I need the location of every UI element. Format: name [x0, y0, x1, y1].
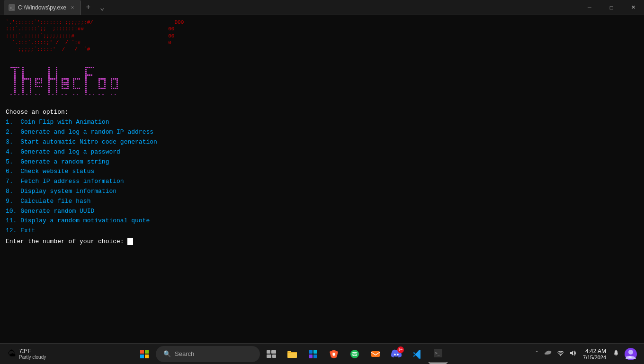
terminal-button[interactable]: >_ — [429, 345, 447, 364]
svg-rect-73 — [48, 84, 50, 85]
start-button[interactable] — [135, 345, 154, 364]
brave-button[interactable] — [324, 345, 343, 364]
mail-button[interactable] — [366, 345, 385, 364]
svg-rect-16 — [14, 86, 16, 87]
new-tab-button[interactable]: + — [81, 1, 95, 14]
weather-temp: 73°F — [19, 348, 46, 355]
system-clock[interactable]: 4:42 AM 7/15/2024 — [580, 347, 609, 361]
svg-rect-124 — [87, 67, 89, 68]
svg-rect-114 — [79, 78, 80, 80]
tab-dropdown-button[interactable]: ⌄ — [95, 1, 109, 14]
store-button[interactable] — [304, 345, 322, 364]
svg-rect-180 — [26, 94, 27, 95]
svg-rect-191 — [85, 94, 87, 95]
tab-close-button[interactable]: ✕ — [69, 3, 76, 11]
svg-rect-75 — [48, 88, 50, 89]
svg-rect-97 — [63, 82, 65, 83]
explorer-icon — [287, 350, 297, 358]
search-bar[interactable]: 🔍 Search — [156, 346, 260, 362]
volume-icon[interactable] — [568, 348, 578, 360]
svg-rect-46 — [37, 78, 38, 80]
svg-rect-41 — [22, 86, 24, 87]
svg-rect-53 — [39, 82, 40, 83]
svg-rect-11 — [14, 76, 16, 78]
svg-rect-171 — [116, 86, 118, 87]
task-view-icon — [267, 350, 276, 358]
taskbar-right: ˄ 4:42 AM 7/15/2 — [528, 346, 644, 362]
tray-chevron-icon[interactable]: ˄ — [533, 348, 540, 360]
svg-rect-189 — [73, 94, 74, 95]
svg-rect-155 — [104, 86, 106, 87]
svg-rect-10 — [14, 74, 16, 76]
svg-rect-208 — [287, 352, 297, 353]
network-icon[interactable] — [555, 348, 566, 360]
close-button[interactable]: ✕ — [622, 0, 644, 15]
svg-rect-102 — [63, 84, 65, 85]
svg-rect-69 — [54, 78, 55, 80]
svg-rect-36 — [30, 90, 31, 91]
svg-rect-33 — [30, 84, 31, 85]
svg-rect-134 — [91, 74, 92, 76]
menu-item-7: 7. Fetch IP address information — [6, 177, 638, 187]
svg-rect-40 — [22, 84, 24, 85]
svg-rect-111 — [73, 78, 74, 80]
discord-button[interactable]: 9+ — [387, 345, 406, 364]
tab-title: C:\Windows\py.exe — [18, 4, 66, 11]
svg-rect-158 — [102, 88, 104, 89]
notification-button[interactable] — [611, 348, 621, 360]
svg-point-219 — [397, 354, 399, 355]
svg-rect-8 — [14, 71, 16, 72]
choose-prompt: Choose an option: — [6, 109, 638, 116]
profile-avatar[interactable]: PRE — [623, 346, 638, 362]
svg-rect-173 — [113, 88, 114, 89]
menu-item-3: 3. Start automatic Nitro code generation — [6, 137, 638, 147]
minimize-button[interactable]: ─ — [579, 0, 600, 15]
svg-rect-87 — [56, 86, 57, 87]
svg-rect-112 — [75, 78, 76, 80]
svg-rect-132 — [87, 74, 89, 76]
svg-rect-203 — [271, 350, 276, 354]
vscode-button[interactable] — [408, 345, 427, 364]
svg-rect-146 — [102, 78, 104, 80]
task-view-button[interactable] — [262, 345, 281, 364]
brave-icon — [329, 349, 339, 359]
menu-item-4: 4. Generate and log a password — [6, 147, 638, 157]
svg-rect-196 — [111, 94, 112, 95]
svg-rect-72 — [48, 82, 50, 83]
svg-rect-144 — [98, 78, 100, 80]
menu-item-11: 11. Display a random motivational quote — [6, 216, 638, 226]
svg-rect-68 — [52, 78, 54, 80]
svg-rect-43 — [22, 90, 24, 91]
terminal-window[interactable]: `.'::::::`'::::::: ;;;;;;;#/ D00 :::`.::… — [0, 15, 644, 343]
svg-rect-28 — [26, 78, 27, 80]
weather-widget[interactable]: 🌤 73°F Partly cloudy — [4, 346, 51, 362]
maximize-button[interactable]: □ — [600, 0, 622, 15]
spotify-button[interactable] — [345, 345, 364, 364]
svg-rect-183 — [39, 94, 40, 95]
svg-rect-147 — [104, 78, 106, 80]
svg-rect-128 — [85, 69, 87, 70]
svg-rect-194 — [98, 94, 100, 95]
svg-rect-190 — [77, 94, 78, 95]
svg-rect-211 — [309, 355, 313, 358]
svg-rect-50 — [41, 80, 42, 82]
menu-section: Choose an option: 1. Coin Flip with Anim… — [6, 109, 638, 245]
svg-rect-57 — [37, 86, 38, 87]
svg-rect-90 — [56, 91, 57, 93]
svg-rect-6 — [18, 67, 19, 68]
svg-rect-152 — [98, 84, 100, 85]
svg-rect-103 — [65, 84, 67, 85]
terminal-tab[interactable]: >_ C:\Windows\py.exe ✕ — [4, 0, 81, 15]
svg-rect-44 — [22, 91, 24, 93]
svg-rect-105 — [62, 86, 63, 87]
svg-rect-23 — [22, 73, 24, 74]
input-prompt[interactable]: Enter the number of your choice: — [6, 238, 638, 245]
svg-rect-101 — [62, 84, 63, 85]
svg-rect-210 — [313, 350, 317, 354]
svg-rect-25 — [22, 76, 24, 78]
explorer-button[interactable] — [283, 345, 302, 364]
svg-rect-148 — [98, 80, 100, 82]
onedrive-icon[interactable] — [542, 348, 554, 360]
discord-badge: 9+ — [397, 346, 404, 353]
svg-rect-107 — [62, 88, 63, 89]
